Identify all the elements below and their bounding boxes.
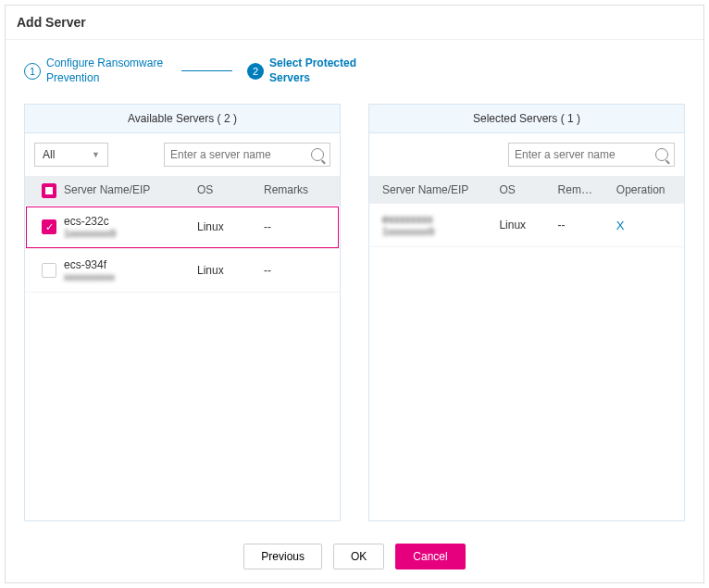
cancel-button[interactable]: Cancel <box>395 544 465 569</box>
remove-button[interactable]: X <box>616 219 625 232</box>
server-os: Linux <box>499 219 557 231</box>
server-panels: Available Servers ( 2 ) All ▼ Server Nam… <box>6 94 703 531</box>
step-label-1: Configure Ransomware Prevention <box>46 56 167 85</box>
available-servers-panel: Available Servers ( 2 ) All ▼ Server Nam… <box>24 104 341 521</box>
available-table-body: ecs-232c 1xxxxxxxx9 Linux -- ecs-934f xx… <box>25 206 340 520</box>
chevron-down-icon: ▼ <box>92 150 100 159</box>
server-ip: 1xxxxxxxx9 <box>382 226 499 237</box>
previous-button[interactable]: Previous <box>243 544 322 569</box>
server-ip: xxxxxxxxxx <box>64 271 197 282</box>
selected-table-head: Server Name/EIP OS Rem… Operation <box>369 176 684 204</box>
available-search-input[interactable] <box>170 148 311 161</box>
filter-value: All <box>43 148 55 161</box>
server-remarks: -- <box>264 220 330 233</box>
available-header: Available Servers ( 2 ) <box>25 105 340 133</box>
step-configure-ransomware[interactable]: 1 Configure Ransomware Prevention <box>24 56 167 85</box>
available-search[interactable] <box>164 143 330 167</box>
step-number-2: 2 <box>247 63 264 80</box>
dialog-footer: Previous OK Cancel <box>6 531 703 582</box>
col-header-remarks: Rem… <box>558 183 616 196</box>
col-header-operation: Operation <box>616 183 675 196</box>
wizard-steps: 1 Configure Ransomware Prevention 2 Sele… <box>6 40 703 94</box>
col-header-name: Server Name/EIP <box>379 183 499 196</box>
search-icon[interactable] <box>311 148 324 161</box>
ok-button[interactable]: OK <box>333 544 384 569</box>
select-all-checkbox[interactable] <box>42 183 56 198</box>
table-row: exxxxxxxx 1xxxxxxxx9 Linux -- X <box>369 204 684 247</box>
server-remarks: -- <box>558 219 616 231</box>
col-header-os: OS <box>197 183 264 198</box>
selected-table-body: exxxxxxxx 1xxxxxxxx9 Linux -- X <box>369 204 684 520</box>
col-header-os: OS <box>499 183 557 196</box>
server-remarks: -- <box>264 264 330 277</box>
row-checkbox[interactable] <box>42 263 56 278</box>
step-label-2: Select Protected Servers <box>269 56 390 85</box>
step-number-1: 1 <box>24 63 41 80</box>
available-table-head: Server Name/EIP OS Remarks <box>25 176 340 206</box>
dialog: Add Server 1 Configure Ransomware Preven… <box>5 5 704 583</box>
server-name: exxxxxxxx <box>382 213 499 226</box>
col-header-name: Server Name/EIP <box>64 183 197 198</box>
server-os: Linux <box>197 220 264 233</box>
selected-servers-panel: Selected Servers ( 1 ) Server Name/EIP O… <box>368 104 685 521</box>
server-os: Linux <box>197 264 264 277</box>
selected-controls <box>369 133 684 176</box>
col-header-remarks: Remarks <box>264 183 330 198</box>
filter-dropdown[interactable]: All ▼ <box>34 143 108 167</box>
search-icon[interactable] <box>655 148 668 161</box>
dialog-title: Add Server <box>6 6 703 40</box>
table-row[interactable]: ecs-232c 1xxxxxxxx9 Linux -- <box>25 206 340 249</box>
server-name: ecs-934f <box>64 258 197 271</box>
server-name: ecs-232c <box>64 215 197 228</box>
available-controls: All ▼ <box>25 133 340 176</box>
selected-search-input[interactable] <box>515 148 655 161</box>
selected-search[interactable] <box>508 143 675 167</box>
row-checkbox[interactable] <box>42 219 56 234</box>
table-row[interactable]: ecs-934f xxxxxxxxxx Linux -- <box>25 249 340 293</box>
step-select-servers[interactable]: 2 Select Protected Servers <box>247 56 390 85</box>
step-divider <box>181 70 232 71</box>
server-ip: 1xxxxxxxx9 <box>64 228 197 239</box>
selected-header: Selected Servers ( 1 ) <box>369 105 684 133</box>
